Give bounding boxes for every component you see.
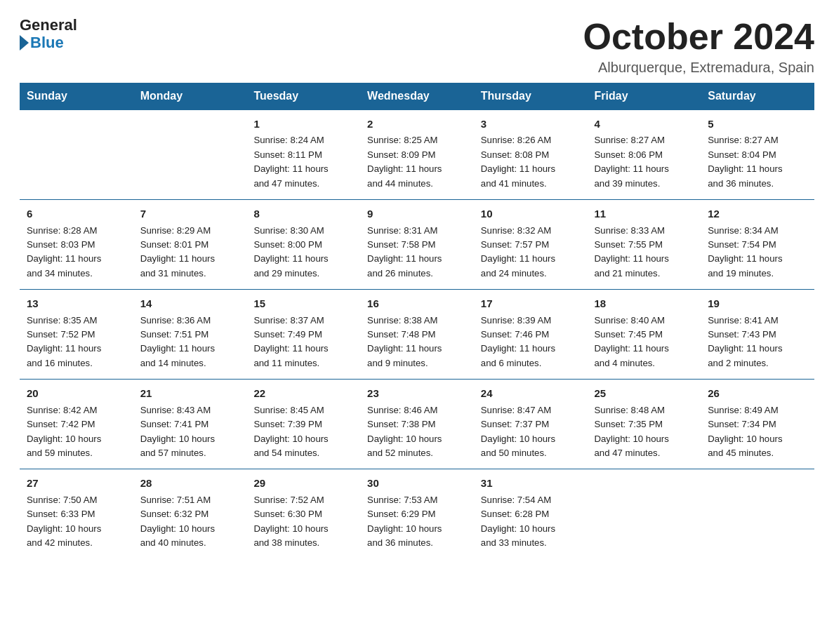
day-info: Sunrise: 8:41 AMSunset: 7:43 PMDaylight:…	[708, 314, 807, 371]
day-number: 6	[27, 206, 126, 222]
day-info: Sunrise: 8:28 AMSunset: 8:03 PMDaylight:…	[27, 224, 126, 281]
calendar-cell	[20, 110, 133, 200]
calendar-cell	[588, 469, 701, 559]
calendar-cell	[133, 110, 247, 200]
day-info: Sunrise: 8:45 AMSunset: 7:39 PMDaylight:…	[253, 403, 353, 461]
logo-blue-text: Blue	[30, 34, 64, 52]
day-info: Sunrise: 7:52 AMSunset: 6:30 PMDaylight:…	[253, 493, 353, 551]
day-info: Sunrise: 8:24 AMSunset: 8:11 PMDaylight:…	[253, 133, 353, 191]
day-number: 7	[140, 206, 240, 222]
day-number: 13	[27, 295, 126, 311]
day-number: 22	[253, 385, 353, 401]
calendar-cell: 22Sunrise: 8:45 AMSunset: 7:39 PMDayligh…	[246, 380, 360, 469]
calendar-cell: 1Sunrise: 8:24 AMSunset: 8:11 PMDaylight…	[246, 110, 360, 200]
day-number: 29	[253, 475, 353, 491]
calendar-cell: 13Sunrise: 8:35 AMSunset: 7:52 PMDayligh…	[20, 290, 133, 380]
day-info: Sunrise: 8:39 AMSunset: 7:46 PMDaylight:…	[481, 314, 581, 371]
calendar-cell: 18Sunrise: 8:40 AMSunset: 7:45 PMDayligh…	[588, 290, 701, 380]
calendar-cell: 10Sunrise: 8:32 AMSunset: 7:57 PMDayligh…	[474, 200, 588, 290]
day-info: Sunrise: 8:43 AMSunset: 7:41 PMDaylight:…	[140, 403, 240, 461]
day-number: 16	[367, 295, 467, 311]
day-info: Sunrise: 8:46 AMSunset: 7:38 PMDaylight:…	[367, 403, 467, 461]
day-info: Sunrise: 8:27 AMSunset: 8:06 PMDaylight:…	[595, 133, 694, 191]
day-number: 18	[595, 295, 694, 311]
day-number: 15	[253, 295, 353, 311]
logo: General Blue	[20, 17, 77, 52]
page-header: General Blue October 2024 Alburquerque, …	[20, 17, 814, 76]
calendar-week-row: 6Sunrise: 8:28 AMSunset: 8:03 PMDaylight…	[20, 200, 814, 290]
weekday-header-sunday: Sunday	[20, 83, 133, 110]
calendar-cell: 2Sunrise: 8:25 AMSunset: 8:09 PMDaylight…	[360, 110, 474, 200]
day-number: 14	[140, 295, 240, 311]
calendar-cell: 4Sunrise: 8:27 AMSunset: 8:06 PMDaylight…	[588, 110, 701, 200]
day-info: Sunrise: 8:36 AMSunset: 7:51 PMDaylight:…	[140, 314, 240, 371]
calendar-week-row: 1Sunrise: 8:24 AMSunset: 8:11 PMDaylight…	[20, 110, 814, 200]
calendar-cell: 27Sunrise: 7:50 AMSunset: 6:33 PMDayligh…	[20, 469, 133, 559]
calendar-week-row: 13Sunrise: 8:35 AMSunset: 7:52 PMDayligh…	[20, 290, 814, 380]
day-number: 8	[253, 206, 353, 222]
calendar-cell	[701, 469, 814, 559]
day-info: Sunrise: 8:25 AMSunset: 8:09 PMDaylight:…	[367, 133, 467, 191]
calendar-cell: 21Sunrise: 8:43 AMSunset: 7:41 PMDayligh…	[133, 380, 247, 469]
day-info: Sunrise: 8:34 AMSunset: 7:54 PMDaylight:…	[708, 224, 807, 281]
day-number: 24	[481, 385, 581, 401]
weekday-header-wednesday: Wednesday	[360, 83, 474, 110]
day-info: Sunrise: 8:49 AMSunset: 7:34 PMDaylight:…	[708, 403, 807, 461]
title-block: October 2024 Alburquerque, Extremadura, …	[583, 17, 815, 76]
day-info: Sunrise: 8:32 AMSunset: 7:57 PMDaylight:…	[481, 224, 581, 281]
day-number: 5	[708, 116, 807, 132]
calendar-cell: 25Sunrise: 8:48 AMSunset: 7:35 PMDayligh…	[588, 380, 701, 469]
calendar-cell: 6Sunrise: 8:28 AMSunset: 8:03 PMDaylight…	[20, 200, 133, 290]
day-info: Sunrise: 8:30 AMSunset: 8:00 PMDaylight:…	[253, 224, 353, 281]
calendar-cell: 7Sunrise: 8:29 AMSunset: 8:01 PMDaylight…	[133, 200, 247, 290]
day-number: 30	[367, 475, 467, 491]
calendar-cell: 19Sunrise: 8:41 AMSunset: 7:43 PMDayligh…	[701, 290, 814, 380]
day-number: 27	[27, 475, 126, 491]
day-number: 31	[481, 475, 581, 491]
calendar-cell: 31Sunrise: 7:54 AMSunset: 6:28 PMDayligh…	[474, 469, 588, 559]
day-number: 9	[367, 206, 467, 222]
day-number: 17	[481, 295, 581, 311]
day-info: Sunrise: 8:29 AMSunset: 8:01 PMDaylight:…	[140, 224, 240, 281]
weekday-header-saturday: Saturday	[701, 83, 814, 110]
calendar-cell: 5Sunrise: 8:27 AMSunset: 8:04 PMDaylight…	[701, 110, 814, 200]
day-info: Sunrise: 7:50 AMSunset: 6:33 PMDaylight:…	[27, 493, 126, 551]
day-number: 19	[708, 295, 807, 311]
day-number: 23	[367, 385, 467, 401]
weekday-header-thursday: Thursday	[474, 83, 588, 110]
calendar-cell: 16Sunrise: 8:38 AMSunset: 7:48 PMDayligh…	[360, 290, 474, 380]
day-info: Sunrise: 8:42 AMSunset: 7:42 PMDaylight:…	[27, 403, 126, 461]
calendar-cell: 3Sunrise: 8:26 AMSunset: 8:08 PMDaylight…	[474, 110, 588, 200]
calendar-cell: 14Sunrise: 8:36 AMSunset: 7:51 PMDayligh…	[133, 290, 247, 380]
calendar-cell: 15Sunrise: 8:37 AMSunset: 7:49 PMDayligh…	[246, 290, 360, 380]
day-number: 21	[140, 385, 240, 401]
day-number: 26	[708, 385, 807, 401]
calendar-cell: 11Sunrise: 8:33 AMSunset: 7:55 PMDayligh…	[588, 200, 701, 290]
calendar-cell: 29Sunrise: 7:52 AMSunset: 6:30 PMDayligh…	[246, 469, 360, 559]
calendar-cell: 20Sunrise: 8:42 AMSunset: 7:42 PMDayligh…	[20, 380, 133, 469]
calendar-cell: 28Sunrise: 7:51 AMSunset: 6:32 PMDayligh…	[133, 469, 247, 559]
calendar-cell: 8Sunrise: 8:30 AMSunset: 8:00 PMDaylight…	[246, 200, 360, 290]
day-info: Sunrise: 8:33 AMSunset: 7:55 PMDaylight:…	[595, 224, 694, 281]
calendar-cell: 23Sunrise: 8:46 AMSunset: 7:38 PMDayligh…	[360, 380, 474, 469]
day-number: 28	[140, 475, 240, 491]
day-info: Sunrise: 8:40 AMSunset: 7:45 PMDaylight:…	[595, 314, 694, 371]
calendar-week-row: 20Sunrise: 8:42 AMSunset: 7:42 PMDayligh…	[20, 380, 814, 469]
calendar-table: SundayMondayTuesdayWednesdayThursdayFrid…	[20, 83, 814, 558]
day-number: 1	[253, 116, 353, 132]
day-info: Sunrise: 7:51 AMSunset: 6:32 PMDaylight:…	[140, 493, 240, 551]
weekday-header-friday: Friday	[588, 83, 701, 110]
weekday-header-row: SundayMondayTuesdayWednesdayThursdayFrid…	[20, 83, 814, 110]
day-number: 25	[595, 385, 694, 401]
day-number: 3	[481, 116, 581, 132]
day-info: Sunrise: 8:47 AMSunset: 7:37 PMDaylight:…	[481, 403, 581, 461]
day-number: 11	[595, 206, 694, 222]
day-info: Sunrise: 7:54 AMSunset: 6:28 PMDaylight:…	[481, 493, 581, 551]
weekday-header-tuesday: Tuesday	[246, 83, 360, 110]
day-info: Sunrise: 7:53 AMSunset: 6:29 PMDaylight:…	[367, 493, 467, 551]
calendar-cell: 17Sunrise: 8:39 AMSunset: 7:46 PMDayligh…	[474, 290, 588, 380]
calendar-cell: 24Sunrise: 8:47 AMSunset: 7:37 PMDayligh…	[474, 380, 588, 469]
day-info: Sunrise: 8:38 AMSunset: 7:48 PMDaylight:…	[367, 314, 467, 371]
logo-general-text: General	[20, 17, 77, 34]
day-info: Sunrise: 8:35 AMSunset: 7:52 PMDaylight:…	[27, 314, 126, 371]
